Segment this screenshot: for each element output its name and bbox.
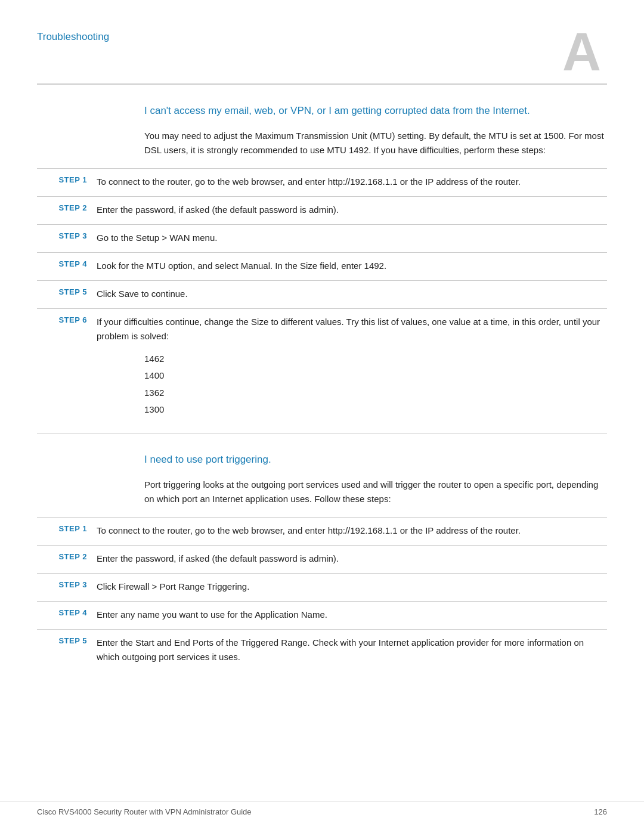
section-2-description: Port triggering looks at the outgoing po… bbox=[144, 478, 607, 506]
pre-steps-divider bbox=[37, 168, 607, 169]
footer-doc-title: Cisco RVS4000 Security Router with VPN A… bbox=[37, 807, 252, 816]
step-2-divider-4 bbox=[37, 629, 607, 630]
table-row: STEP 5 Click Save to continue. bbox=[37, 287, 607, 301]
step-2-content-5: Enter the Start and End Ports of the Tri… bbox=[97, 636, 607, 664]
step-2-divider-1 bbox=[37, 545, 607, 546]
table-row: STEP 1 To connect to the router, go to t… bbox=[37, 175, 607, 189]
header-right: A bbox=[562, 25, 607, 79]
step-2-content-4: Enter any name you want to use for the A… bbox=[97, 608, 607, 622]
section-2: I need to use port triggering. Port trig… bbox=[37, 453, 607, 664]
table-row: STEP 5 Enter the Start and End Ports of … bbox=[37, 636, 607, 664]
step-content-2: Enter the password, if asked (the defaul… bbox=[97, 203, 607, 217]
appendix-letter: A bbox=[562, 25, 601, 79]
step-divider-3 bbox=[37, 252, 607, 253]
table-row: STEP 6 If your difficulties continue, ch… bbox=[37, 315, 607, 343]
value-1462: 1462 bbox=[144, 351, 607, 368]
main-content: I can't access my email, web, or VPN, or… bbox=[0, 104, 644, 664]
step-2-label-5: STEP 5 bbox=[37, 636, 97, 645]
step-2-label-4: STEP 4 bbox=[37, 608, 97, 617]
section-divider bbox=[37, 433, 607, 433]
page-header: Troubleshooting A bbox=[0, 0, 644, 79]
step-content-1: To connect to the router, go to the web … bbox=[97, 175, 607, 189]
step-content-4: Look for the MTU option, and select Manu… bbox=[97, 259, 607, 273]
section-1: I can't access my email, web, or VPN, or… bbox=[37, 104, 607, 419]
step-label-2: STEP 2 bbox=[37, 203, 97, 212]
step-label-5: STEP 5 bbox=[37, 287, 97, 296]
step-2-divider-3 bbox=[37, 601, 607, 602]
step-content-5: Click Save to continue. bbox=[97, 287, 607, 301]
value-1362: 1362 bbox=[144, 385, 607, 402]
step-divider-4 bbox=[37, 280, 607, 281]
step-2-divider-2 bbox=[37, 573, 607, 574]
section-1-description: You may need to adjust the Maximum Trans… bbox=[144, 129, 607, 157]
footer-page-number: 126 bbox=[594, 807, 607, 816]
step-2-content-2: Enter the password, if asked (the defaul… bbox=[97, 552, 607, 566]
step-divider-2 bbox=[37, 224, 607, 225]
section-1-title: I can't access my email, web, or VPN, or… bbox=[144, 104, 607, 118]
table-row: STEP 1 To connect to the router, go to t… bbox=[37, 524, 607, 538]
step-label-4: STEP 4 bbox=[37, 259, 97, 268]
header-divider bbox=[37, 83, 607, 85]
table-row: STEP 2 Enter the password, if asked (the… bbox=[37, 203, 607, 217]
section-2-title: I need to use port triggering. bbox=[144, 453, 607, 467]
step-divider-1 bbox=[37, 196, 607, 197]
step-2-label-1: STEP 1 bbox=[37, 524, 97, 533]
mtu-values-list: 1462 1400 1362 1300 bbox=[144, 351, 607, 419]
step-label-3: STEP 3 bbox=[37, 231, 97, 240]
page-container: Troubleshooting A I can't access my emai… bbox=[0, 0, 644, 833]
step-label-6: STEP 6 bbox=[37, 315, 97, 324]
table-row: STEP 4 Enter any name you want to use fo… bbox=[37, 608, 607, 622]
step-label-1: STEP 1 bbox=[37, 175, 97, 184]
pre-steps-divider-2 bbox=[37, 517, 607, 518]
table-row: STEP 4 Look for the MTU option, and sele… bbox=[37, 259, 607, 273]
step-2-label-2: STEP 2 bbox=[37, 552, 97, 561]
header-title: Troubleshooting bbox=[37, 25, 109, 43]
table-row: STEP 2 Enter the password, if asked (the… bbox=[37, 552, 607, 566]
value-1400: 1400 bbox=[144, 367, 607, 385]
step-2-label-3: STEP 3 bbox=[37, 580, 97, 589]
step-divider-5 bbox=[37, 308, 607, 309]
section-1-steps: STEP 1 To connect to the router, go to t… bbox=[37, 175, 607, 419]
table-row: STEP 3 Click Firewall > Port Range Trigg… bbox=[37, 580, 607, 594]
step-2-content-1: To connect to the router, go to the web … bbox=[97, 524, 607, 538]
value-1300: 1300 bbox=[144, 401, 607, 419]
section-2-steps: STEP 1 To connect to the router, go to t… bbox=[37, 524, 607, 664]
table-row: STEP 3 Go to the Setup > WAN menu. bbox=[37, 231, 607, 245]
page-footer: Cisco RVS4000 Security Router with VPN A… bbox=[0, 801, 644, 816]
step-content-3: Go to the Setup > WAN menu. bbox=[97, 231, 607, 245]
step-content-6: If your difficulties continue, change th… bbox=[97, 315, 607, 343]
step-2-content-3: Click Firewall > Port Range Triggering. bbox=[97, 580, 607, 594]
